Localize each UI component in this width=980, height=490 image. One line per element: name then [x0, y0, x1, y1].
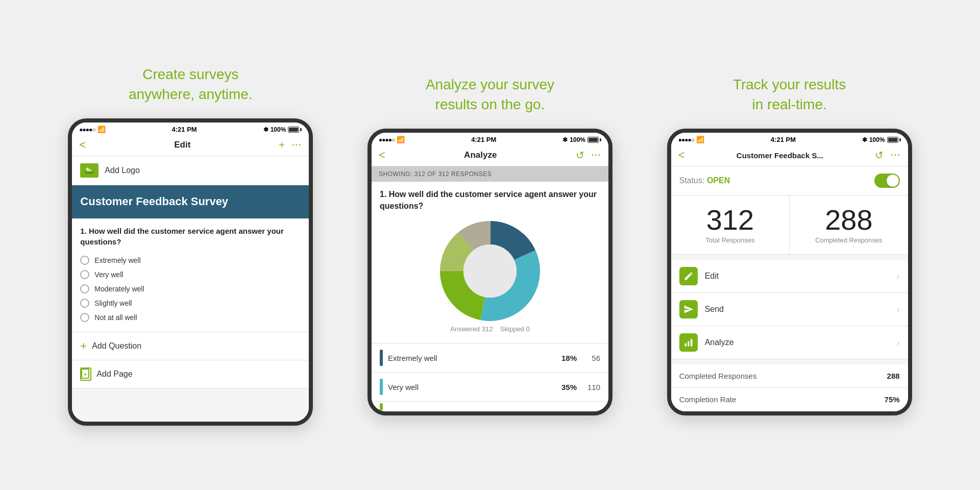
results-list: Extremely well 18% 56 Very well 35% 110 — [372, 343, 608, 411]
add-logo-row[interactable]: Add Logo — [72, 156, 309, 185]
donut-hole — [463, 244, 517, 298]
more-icon[interactable]: ··· — [891, 151, 900, 160]
nav-bar-edit: < Edit + ··· — [72, 135, 309, 156]
option-slightly-well[interactable]: Slightly well — [80, 296, 301, 310]
status-time: 4:21 PM — [172, 126, 197, 133]
add-question-label: Add Question — [92, 341, 141, 351]
signal-dots: ●●●●○ — [678, 136, 694, 143]
add-icon[interactable]: + — [279, 139, 285, 151]
column-title-analyze: Analyze your survey results on the go. — [426, 75, 554, 114]
survey-title: Customer Feedback Survey — [80, 194, 301, 209]
result-pct: 35% — [561, 383, 577, 391]
phone-analyze: ●●●●○ 📶 4:21 PM ✱ 100% < Analyze — [368, 129, 612, 415]
answered-skipped: Answered 312 Skipped 0 — [380, 325, 600, 338]
column-title-track: Track your results in real-time. — [733, 75, 846, 114]
action-analyze[interactable]: Analyze › — [671, 326, 908, 359]
page-wrapper: Create surveys anywhere, anytime. ●●●●○ … — [0, 0, 980, 490]
action-send[interactable]: Send › — [671, 293, 908, 326]
survey-title-block: Customer Feedback Survey — [72, 185, 309, 218]
option-very-well[interactable]: Very well — [80, 267, 301, 282]
detail-val: 75% — [885, 395, 900, 404]
analyze-icon-box — [679, 333, 698, 352]
result-row-very: Very well 35% 110 — [372, 372, 608, 401]
logo-icon — [80, 163, 99, 178]
add-page-label: Add Page — [96, 370, 132, 379]
option-moderately-well[interactable]: Moderately well — [80, 282, 301, 296]
add-logo-label: Add Logo — [105, 166, 140, 175]
battery-icon — [288, 127, 302, 133]
add-page-icon: + — [80, 368, 91, 381]
column-analyze: Analyze your survey results on the go. ●… — [347, 75, 633, 415]
nav-bar-track: < Customer Feedback S... ↺ ··· — [671, 145, 908, 166]
detail-key: Completion Rate — [679, 395, 737, 404]
wifi-icon: 📶 — [97, 126, 106, 133]
back-button[interactable]: < — [678, 149, 685, 162]
option-not-at-all[interactable]: Not at all well — [80, 310, 301, 325]
signal-dots: ●●●●○ — [379, 136, 395, 143]
add-question-row[interactable]: + Add Question — [72, 332, 309, 360]
result-count: 110 — [586, 383, 600, 391]
more-icon[interactable]: ··· — [592, 151, 601, 160]
status-bar-analyze: ●●●●○ 📶 4:21 PM ✱ 100% — [372, 133, 608, 145]
action-edit[interactable]: Edit › — [671, 260, 908, 293]
showing-bar: SHOWING: 312 of 312 Responses — [372, 166, 608, 182]
svg-text:+: + — [84, 372, 87, 377]
action-edit-label: Edit — [705, 272, 897, 281]
status-time: 4:21 PM — [471, 136, 496, 143]
send-icon-box — [679, 300, 698, 318]
bluetooth-icon: ✱ — [562, 136, 568, 143]
option-label: Slightly well — [94, 299, 132, 307]
edit-icon — [683, 271, 694, 281]
svg-rect-6 — [684, 344, 686, 347]
result-pct: 18% — [561, 354, 577, 362]
detail-key: Completed Responses — [679, 372, 757, 380]
battery-pct: 100% — [271, 126, 286, 133]
column-edit: Create surveys anywhere, anytime. ●●●●○ … — [47, 64, 333, 426]
detail-list: Completed Responses 288 Completion Rate … — [671, 364, 908, 411]
result-row-extremely: Extremely well 18% 56 — [372, 343, 608, 372]
wifi-icon: 📶 — [397, 136, 405, 143]
option-label: Not at all well — [94, 313, 137, 322]
radio-circle — [80, 270, 89, 279]
plus-icon: + — [80, 339, 87, 353]
svg-rect-1 — [85, 172, 93, 174]
result-count: 56 — [586, 354, 600, 362]
refresh-icon[interactable]: ↺ — [576, 149, 584, 161]
refresh-icon[interactable]: ↺ — [875, 149, 884, 161]
back-button[interactable]: < — [79, 138, 86, 152]
toggle-open[interactable] — [874, 174, 900, 188]
total-responses-label: Total Responses — [679, 236, 781, 244]
radio-circle — [80, 313, 89, 322]
more-icon[interactable]: ··· — [292, 140, 302, 150]
donut-chart — [380, 220, 600, 322]
radio-circle — [80, 256, 89, 265]
back-button[interactable]: < — [379, 149, 385, 162]
add-page-row[interactable]: + Add Page — [72, 360, 309, 388]
radio-circle — [80, 299, 89, 308]
analyze-content: 1. How well did the customer service age… — [372, 182, 608, 338]
answered-label: Answered 312 — [450, 325, 493, 333]
toggle-knob — [887, 175, 899, 187]
status-time: 4:21 PM — [771, 136, 796, 143]
svg-rect-8 — [691, 339, 692, 347]
result-row-moderately — [372, 401, 608, 411]
result-label: Very well — [388, 383, 556, 391]
action-send-label: Send — [705, 305, 897, 314]
detail-completion-rate: Completion Rate 75% — [671, 388, 908, 411]
result-color-bar — [380, 379, 383, 395]
skipped-label: Skipped 0 — [500, 325, 530, 333]
status-label: Status: OPEN — [679, 176, 730, 185]
bar-chart-icon — [683, 337, 694, 348]
svg-rect-7 — [688, 341, 689, 347]
detail-val: 288 — [887, 372, 900, 380]
signal-dots: ●●●●○ — [79, 126, 95, 133]
wifi-icon: 📶 — [696, 136, 704, 143]
option-extremely-well[interactable]: Extremely well — [80, 253, 301, 267]
nav-bar-analyze: < Analyze ↺ ··· — [372, 145, 608, 166]
option-label: Very well — [94, 271, 123, 279]
action-list: Edit › Send › — [671, 260, 908, 359]
battery-pct: 100% — [869, 136, 885, 143]
completed-responses-number: 288 — [798, 206, 900, 234]
analyze-question: 1. How well did the customer service age… — [380, 189, 600, 212]
result-color-bar — [380, 403, 383, 410]
